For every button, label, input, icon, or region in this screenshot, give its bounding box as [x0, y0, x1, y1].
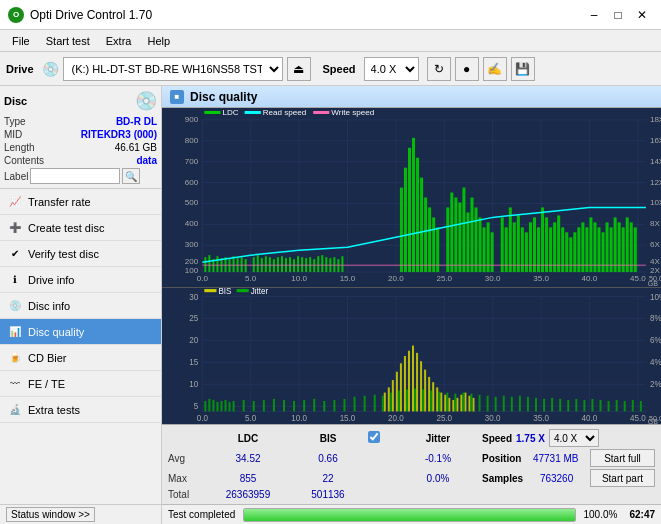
svg-rect-250	[527, 397, 529, 412]
nav-item-disc-info[interactable]: 💿 Disc info	[0, 293, 161, 319]
bottom-chart: 30 25 20 15 10 5 10% 8% 6% 4% 2% 0.0 5.0…	[162, 288, 661, 424]
svg-rect-259	[600, 400, 602, 412]
svg-rect-53	[216, 256, 218, 272]
max-jitter: 0.0%	[398, 473, 478, 484]
svg-rect-112	[525, 232, 528, 272]
svg-rect-248	[511, 397, 513, 412]
titlebar-left: O Opti Drive Control 1.70	[8, 7, 152, 23]
svg-rect-210	[204, 401, 206, 411]
maximize-button[interactable]: □	[607, 4, 629, 26]
svg-text:Jitter: Jitter	[251, 288, 269, 296]
svg-rect-137	[626, 217, 629, 272]
svg-rect-117	[545, 217, 548, 272]
svg-text:20.0: 20.0	[388, 274, 404, 283]
svg-text:6%: 6%	[650, 336, 661, 345]
svg-text:400: 400	[185, 219, 199, 228]
menu-help[interactable]: Help	[139, 33, 178, 49]
start-full-button[interactable]: Start full	[590, 449, 655, 467]
svg-text:Write speed: Write speed	[331, 108, 374, 117]
menu-extra[interactable]: Extra	[98, 33, 140, 49]
svg-rect-242	[462, 393, 464, 412]
svg-rect-122	[565, 232, 568, 272]
drive-icon: 💿	[42, 61, 59, 77]
write-button[interactable]: ✍	[483, 57, 507, 81]
svg-text:10.0: 10.0	[291, 414, 307, 423]
svg-rect-243	[470, 394, 472, 412]
status-window-button[interactable]: Status window >>	[6, 507, 95, 522]
app-icon: O	[8, 7, 24, 23]
svg-rect-110	[517, 215, 520, 272]
nav-item-cd-bier-label: CD Bier	[28, 352, 67, 364]
svg-rect-212	[212, 400, 214, 412]
minimize-button[interactable]: –	[583, 4, 605, 26]
nav-item-cd-bier[interactable]: 🍺 CD Bier	[0, 345, 161, 371]
samples-row: Samples 763260 Start part	[482, 469, 655, 487]
svg-rect-64	[265, 256, 267, 272]
svg-rect-96	[454, 198, 457, 273]
nav-item-transfer-rate[interactable]: 📈 Transfer rate	[0, 189, 161, 215]
svg-text:LDC: LDC	[222, 108, 238, 117]
svg-rect-231	[374, 395, 376, 412]
svg-rect-238	[430, 391, 432, 412]
svg-rect-253	[551, 398, 553, 412]
nav-item-create-test-disc[interactable]: ➕ Create test disc	[0, 215, 161, 241]
nav-item-disc-quality[interactable]: 📊 Disc quality	[0, 319, 161, 345]
speed-select[interactable]: 4.0 X	[364, 57, 419, 81]
svg-rect-258	[591, 399, 593, 412]
eject-button[interactable]: ⏏	[287, 57, 311, 81]
svg-rect-235	[406, 389, 408, 411]
svg-rect-245	[487, 396, 489, 412]
save-button[interactable]: 💾	[511, 57, 535, 81]
close-button[interactable]: ✕	[631, 4, 653, 26]
svg-text:4X: 4X	[650, 257, 661, 266]
type-label: Type	[4, 116, 26, 127]
nav-item-drive-info[interactable]: ℹ Drive info	[0, 267, 161, 293]
label-search-button[interactable]: 🔍	[122, 168, 140, 184]
nav-item-fe-te[interactable]: 〰 FE / TE	[0, 371, 161, 397]
svg-rect-187	[384, 393, 386, 412]
progress-bar-fill	[244, 509, 574, 521]
menu-start-test[interactable]: Start test	[38, 33, 98, 49]
jitter-checkbox[interactable]	[368, 431, 380, 443]
svg-text:15.0: 15.0	[340, 274, 356, 283]
svg-text:15.0: 15.0	[340, 414, 356, 423]
nav-item-verify-test-disc-label: Verify test disc	[28, 248, 99, 260]
svg-rect-114	[533, 217, 536, 272]
nav-item-verify-test-disc[interactable]: ✔ Verify test disc	[0, 241, 161, 267]
disc-button[interactable]: ●	[455, 57, 479, 81]
svg-rect-198	[428, 377, 430, 412]
svg-rect-226	[323, 401, 325, 411]
start-part-button[interactable]: Start part	[590, 469, 655, 487]
refresh-button[interactable]: ↻	[427, 57, 451, 81]
svg-rect-142	[245, 111, 261, 114]
svg-rect-119	[553, 222, 556, 272]
total-ldc: 26363959	[208, 489, 288, 500]
svg-rect-267	[237, 289, 249, 292]
svg-text:40.0: 40.0	[582, 414, 598, 423]
svg-rect-140	[204, 111, 220, 114]
label-input[interactable]	[30, 168, 120, 184]
total-bis: 501136	[288, 489, 368, 500]
window-controls: – □ ✕	[583, 4, 653, 26]
svg-rect-263	[632, 400, 634, 412]
fe-te-icon: 〰	[8, 377, 22, 391]
svg-rect-203	[448, 398, 450, 412]
extra-tests-icon: 🔬	[8, 403, 22, 417]
nav-item-extra-tests[interactable]: 🔬 Extra tests	[0, 397, 161, 423]
svg-text:30: 30	[189, 292, 198, 301]
drive-select[interactable]: (K:) HL-DT-ST BD-RE WH16NS58 TST4	[63, 57, 283, 81]
svg-text:BIS: BIS	[218, 288, 231, 296]
menu-file[interactable]: File	[4, 33, 38, 49]
svg-rect-224	[303, 400, 305, 412]
disc-mid-row: MID RITEKDR3 (000)	[4, 129, 157, 140]
nav-items: 📈 Transfer rate ➕ Create test disc ✔ Ver…	[0, 189, 161, 504]
disc-panel-icon: 💿	[135, 90, 157, 112]
status-text: Test completed	[168, 509, 235, 520]
svg-text:500: 500	[185, 199, 199, 208]
svg-rect-225	[313, 399, 315, 412]
svg-rect-230	[364, 396, 366, 412]
svg-text:200: 200	[185, 257, 199, 266]
speed-stat-select[interactable]: 4.0 X	[549, 429, 599, 447]
svg-rect-131	[602, 232, 605, 272]
svg-rect-194	[412, 346, 414, 412]
